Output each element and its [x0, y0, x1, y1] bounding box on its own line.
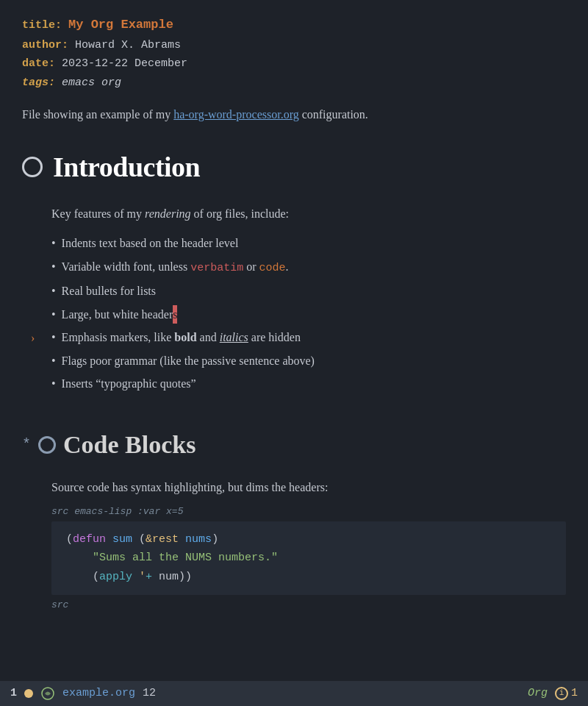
list-item: • Flags poor grammar (like the passive s…	[51, 349, 566, 373]
description-text-after: configuration.	[299, 108, 368, 121]
syntax-fn-name: sum	[112, 533, 132, 546]
syntax-string: "Sums all the NUMS numbers."	[66, 552, 278, 564]
intro-em: rendering	[145, 207, 191, 220]
code-block-header: src emacs-lisp :var x=5	[51, 504, 566, 520]
heading-2-text: Code Blocks	[63, 425, 196, 465]
syntax-fn-arg: nums	[185, 533, 212, 546]
code-intro-text: Source code has syntax highlighting, but…	[51, 478, 566, 497]
code-line: (apply '+ num))	[66, 568, 551, 587]
list-item: • Indents text based on the header level	[51, 232, 566, 255]
emacs-icon	[40, 686, 55, 701]
bold-text: bold	[174, 331, 196, 343]
list-item: • Inserts “typographic quotes”	[51, 372, 566, 396]
meta-author-line: author: Howard X. Abrams	[22, 36, 566, 55]
bullet-icon: •	[51, 328, 56, 347]
status-filename: example.org	[62, 685, 135, 702]
list-item: • Large, but white headers	[51, 303, 566, 327]
list-item-text: Large, but white headers	[62, 305, 566, 324]
info-circle-icon: i	[555, 687, 568, 700]
bullet-icon: •	[51, 305, 56, 324]
syntax-op: +	[146, 571, 152, 583]
text-cursor: s	[173, 305, 177, 324]
meta-date-line: date: 2023-12-22 December	[22, 54, 566, 74]
verbatim-text: verbatim	[190, 262, 243, 274]
list-item-text: Indents text based on the header level	[62, 234, 566, 253]
code-line: "Sums all the NUMS numbers."	[66, 549, 551, 568]
feature-list: • Indents text based on the header level…	[51, 232, 566, 396]
syntax-space	[179, 533, 185, 546]
intro-paragraph: Key features of my rendering of org file…	[51, 204, 566, 224]
org-word-processor-link[interactable]: ha-org-word-processor.org	[173, 108, 298, 121]
syntax-keyword: defun	[73, 533, 106, 546]
intro-text-before: Key features of my	[51, 207, 145, 220]
tags-key: tags:	[22, 76, 55, 89]
meta-tags-line: tags: emacs org	[22, 74, 566, 93]
bullet-icon: •	[51, 374, 56, 393]
code-blocks-body: Source code has syntax highlighting, but…	[22, 478, 566, 613]
tags-value: emacs org	[62, 76, 121, 89]
intro-text-rest: of org files, include:	[191, 207, 289, 220]
list-item-text: Emphasis markers, like bold and italics …	[62, 328, 566, 347]
status-mode-label: Org	[528, 685, 548, 702]
list-item-text: Flags poor grammar (like the passive sen…	[62, 352, 566, 371]
syntax-quote: '	[139, 571, 146, 583]
heading-2-prefix: *	[22, 433, 31, 457]
status-info-count: 1	[571, 685, 578, 702]
heading-2-bullet-icon	[38, 436, 56, 454]
heading-introduction: Introduction	[22, 145, 566, 190]
syntax-space	[132, 571, 139, 583]
bullet-icon: •	[51, 352, 56, 371]
syntax-space	[106, 533, 112, 546]
syntax-paren: )	[212, 533, 218, 546]
meta-title-line: title: My Org Example	[22, 15, 566, 36]
date-value: 2023-12-22 December	[62, 57, 187, 70]
syntax-param: &rest	[146, 533, 179, 546]
code-text: code	[259, 262, 285, 274]
status-line-number: 1	[10, 685, 17, 702]
list-item-text: Variable width font, unless verbatim or …	[62, 257, 566, 277]
list-item-text: Inserts “typographic quotes”	[62, 374, 566, 393]
code-line: (defun sum (&rest nums)	[66, 530, 551, 549]
description-text-before: File showing an example of my	[22, 108, 173, 121]
heading-1-text: Introduction	[53, 145, 200, 190]
syntax-builtin: apply	[99, 571, 132, 583]
status-bar: 1 example.org 12 Org i 1	[0, 681, 588, 706]
syntax-space: (	[132, 533, 146, 546]
title-key: title:	[22, 19, 62, 32]
heading-code-blocks: * Code Blocks	[22, 425, 566, 465]
list-item: • Variable width font, unless verbatim o…	[51, 255, 566, 279]
list-item-text: Real bullets for lists	[62, 282, 566, 301]
main-content: title: My Org Example author: Howard X. …	[0, 0, 588, 657]
author-key: author:	[22, 39, 68, 51]
bullet-icon: •	[51, 234, 56, 253]
status-dot-icon	[24, 689, 33, 698]
description-paragraph: File showing an example of my ha-org-wor…	[22, 105, 566, 124]
italic-text: italics	[220, 331, 248, 343]
bullet-icon: •	[51, 257, 56, 277]
status-info: i 1	[555, 685, 578, 702]
date-key: date:	[22, 57, 55, 70]
heading-1-bullet-icon	[22, 157, 43, 177]
code-block-body: (defun sum (&rest nums) "Sums all the NU…	[51, 521, 566, 596]
list-item: › • Emphasis markers, like bold and ital…	[51, 326, 566, 349]
bullet-icon: •	[51, 282, 56, 301]
syntax-normal: num))	[152, 571, 192, 583]
grammar-arrow-icon: ›	[31, 329, 35, 348]
introduction-body: Key features of my rendering of org file…	[22, 204, 566, 396]
list-item: • Real bullets for lists	[51, 279, 566, 303]
syntax-paren: (	[66, 533, 73, 546]
status-column: 12	[143, 685, 156, 702]
metadata-block: title: My Org Example author: Howard X. …	[22, 15, 566, 92]
code-block-footer: src	[51, 598, 566, 613]
syntax-normal: (	[66, 571, 99, 583]
title-value: My Org Example	[68, 18, 173, 32]
author-value: Howard X. Abrams	[75, 39, 181, 51]
